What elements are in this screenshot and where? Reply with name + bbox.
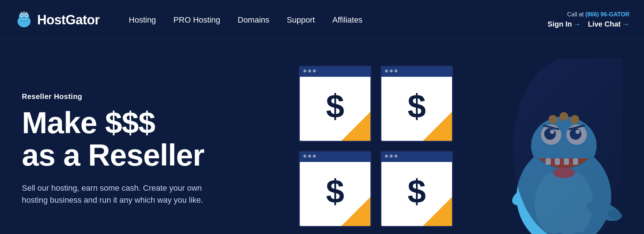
hero-illustration: $ $ $: [270, 58, 622, 234]
hero-section: Reseller Hosting Make $$$ as a Reseller …: [0, 40, 644, 234]
svg-point-2: [20, 17, 28, 21]
nav-item-domains[interactable]: Domains: [238, 15, 270, 25]
logo-text: HostGator: [37, 12, 100, 28]
dollar-sign-icon: $: [408, 173, 426, 210]
dot-icon: [303, 155, 306, 158]
dollar-sign-icon: $: [326, 88, 344, 125]
live-chat-link[interactable]: Live Chat →: [588, 20, 629, 28]
dot-icon: [313, 155, 316, 158]
logo-link[interactable]: HostGator: [15, 11, 100, 29]
dot-icon: [308, 155, 311, 158]
call-number[interactable]: (866) 96-GATOR: [585, 11, 629, 17]
bg-accent: [513, 58, 622, 234]
nav-item-hosting[interactable]: Hosting: [129, 15, 156, 25]
live-chat-arrow-icon: →: [622, 20, 629, 28]
dollar-sign-icon: $: [326, 173, 344, 210]
dollar-card-3: $: [299, 151, 372, 227]
call-info: Call at (866) 96-GATOR: [567, 11, 629, 18]
dot-icon: [385, 155, 388, 158]
dot-icon: [390, 70, 393, 72]
dot-icon: [390, 155, 393, 158]
nav-item-pro-hosting[interactable]: PRO Hosting: [173, 15, 220, 25]
sign-in-arrow-icon: →: [573, 20, 581, 28]
dot-icon: [313, 70, 316, 72]
dollar-card-1: $: [299, 66, 372, 142]
nav-item-support[interactable]: Support: [287, 15, 315, 25]
nav-item-affiliates[interactable]: Affiliates: [332, 15, 362, 25]
dot-icon: [394, 155, 397, 158]
sign-in-link[interactable]: Sign In →: [547, 20, 581, 28]
svg-marker-8: [23, 11, 25, 13]
dot-icon: [385, 70, 388, 72]
logo-gator-icon: [15, 11, 34, 29]
hero-subtitle: Reseller Hosting: [22, 92, 270, 101]
dot-icon: [394, 70, 397, 72]
main-nav: Hosting PRO Hosting Domains Support Affi…: [129, 15, 548, 25]
hero-title: Make $$$ as a Reseller: [22, 107, 270, 171]
hero-content: Reseller Hosting Make $$$ as a Reseller …: [22, 92, 270, 206]
svg-point-5: [21, 15, 23, 16]
header-right: Call at (866) 96-GATOR Sign In → Live Ch…: [547, 11, 629, 28]
hero-title-line2: as a Reseller: [22, 138, 204, 172]
hero-description: Sell our hosting, earn some cash. Create…: [22, 182, 226, 206]
dot-icon: [303, 70, 306, 72]
dollar-sign-icon: $: [408, 88, 426, 125]
svg-point-6: [25, 15, 27, 16]
hero-title-line1: Make $$$: [22, 106, 155, 140]
site-header: HostGator Hosting PRO Hosting Domains Su…: [0, 0, 644, 40]
dollar-card-4: $: [380, 151, 453, 227]
svg-marker-9: [26, 11, 28, 13]
header-actions: Sign In → Live Chat →: [547, 20, 629, 28]
dollar-cards-grid: $ $ $: [299, 66, 453, 227]
call-label: Call at: [567, 11, 584, 17]
svg-marker-7: [20, 11, 22, 13]
dollar-card-2: $: [380, 66, 453, 142]
dot-icon: [308, 70, 311, 72]
